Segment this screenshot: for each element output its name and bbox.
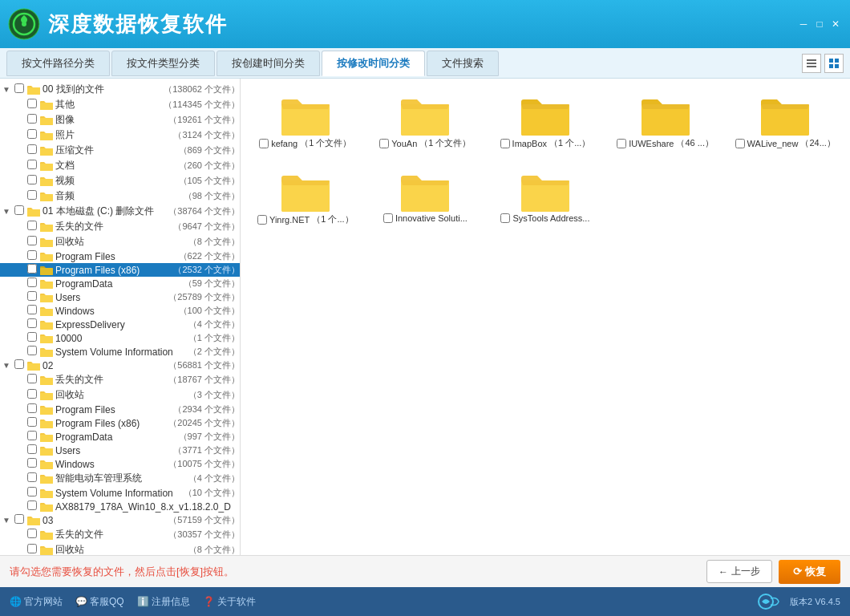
list-view-button[interactable] bbox=[802, 54, 821, 73]
view-icons bbox=[802, 54, 844, 73]
window-controls: ─ □ ✕ bbox=[797, 18, 842, 30]
tree-item-svi02[interactable]: System Volume Information （10 个文件） bbox=[0, 486, 240, 500]
tab-file-search[interactable]: 文件搜索 bbox=[427, 51, 499, 76]
expand-icon-00: ▼ bbox=[0, 85, 13, 94]
svg-rect-11 bbox=[40, 103, 53, 110]
svg-rect-23 bbox=[40, 282, 53, 289]
file-item-innovative[interactable]: Innovative Soluti... bbox=[369, 163, 483, 233]
bottom-actions: ← 上一步 ⟳ 恢复 bbox=[706, 560, 840, 584]
tree-item-lost02[interactable]: 丢失的文件 （18767 个文件） bbox=[0, 372, 240, 387]
file-item-imapbox[interactable]: ImapBox （1 个...） bbox=[488, 87, 602, 156]
tree-item-express01[interactable]: ExpressDelivery （4 个文件） bbox=[0, 318, 240, 331]
folder-icon-iuweshare bbox=[640, 94, 691, 137]
svg-rect-19 bbox=[40, 225, 53, 232]
tree-item-photo[interactable]: 照片 （3124 个文件） bbox=[0, 128, 240, 143]
main-content: ▼ 00 找到的文件 （138062 个文件） 其他 （114345 个文件） … bbox=[0, 79, 850, 555]
tree-item-users01[interactable]: Users （25789 个文件） bbox=[0, 290, 240, 304]
tree-item-smart02[interactable]: 智能电动车管理系统 （4 个文件） bbox=[0, 471, 240, 486]
svg-rect-28 bbox=[40, 350, 53, 357]
folder-icon-kefang bbox=[280, 94, 331, 137]
tree-item-image[interactable]: 图像 （19261 个文件） bbox=[0, 112, 240, 128]
file-item-systools[interactable]: SysTools Address... bbox=[488, 163, 602, 233]
title-bar: 深度数据恢复软件 ─ □ ✕ bbox=[0, 0, 850, 48]
tree-item-doc[interactable]: 文档 （260 个文件） bbox=[0, 158, 240, 173]
tree-item-other[interactable]: 其他 （114345 个文件） bbox=[0, 97, 240, 112]
footer-link-register[interactable]: ℹ️ 注册信息 bbox=[137, 595, 190, 609]
app-logo bbox=[8, 8, 40, 40]
file-checkbox-iuweshare[interactable] bbox=[617, 139, 626, 148]
file-checkbox-youan[interactable] bbox=[379, 139, 389, 148]
tree-item-users02[interactable]: Users （3771 个文件） bbox=[0, 444, 240, 457]
footer-link-qq[interactable]: 💬 客服QQ bbox=[75, 595, 124, 609]
tree-item-pfx86-01[interactable]: Program Files (x86) （2532 个文件） bbox=[0, 263, 240, 277]
svg-rect-37 bbox=[40, 476, 53, 484]
svg-rect-20 bbox=[40, 240, 53, 247]
grid-view-button[interactable] bbox=[824, 54, 844, 73]
file-label-iuweshare: IUWEshare （46 ...） bbox=[613, 137, 718, 149]
tree-item-audio[interactable]: 音频 （98 个文件） bbox=[0, 188, 240, 204]
file-item-kefang[interactable]: kefang （1 个文件） bbox=[249, 87, 362, 156]
footer-link-about[interactable]: ❓ 关于软件 bbox=[203, 595, 256, 609]
file-label-walive: WALive_new （24...） bbox=[732, 137, 838, 149]
file-checkbox-imapbox[interactable] bbox=[500, 139, 510, 148]
register-icon: ℹ️ bbox=[137, 596, 149, 607]
tree-section-01[interactable]: ▼ 01 本地磁盘 (C:) 删除文件 （38764 个文件） bbox=[0, 204, 240, 219]
file-item-yinrg[interactable]: Yinrg.NET （1 个...） bbox=[249, 163, 362, 233]
footer-link-website[interactable]: 🌐 官方网站 bbox=[10, 595, 63, 609]
tree-section-03[interactable]: ▼ 03 （57159 个文件） bbox=[0, 513, 240, 527]
tree-item-pd01[interactable]: ProgramData （59 个文件） bbox=[0, 277, 240, 290]
tree-item-recycle02[interactable]: 回收站 （3 个文件） bbox=[0, 387, 240, 403]
svg-rect-35 bbox=[40, 448, 53, 456]
tree-item-10000[interactable]: 10000 （1 个文件） bbox=[0, 331, 240, 345]
file-label-systools: SysTools Address... bbox=[492, 213, 598, 223]
folder-icon-other bbox=[40, 99, 53, 111]
tree-item-pf02[interactable]: Program Files （2934 个文件） bbox=[0, 403, 240, 416]
svg-rect-14 bbox=[40, 148, 53, 156]
tree-item-recycle01[interactable]: 回收站 （8 个文件） bbox=[0, 234, 240, 249]
file-checkbox-yinrg[interactable] bbox=[257, 215, 267, 225]
tree-section-02[interactable]: ▼ 02 （56881 个文件） bbox=[0, 359, 240, 372]
app-title: 深度数据恢复软件 bbox=[48, 10, 228, 38]
tree-item-svi01[interactable]: System Volume Information （2 个文件） bbox=[0, 345, 240, 359]
tree-item-windows01[interactable]: Windows （100 个文件） bbox=[0, 304, 240, 318]
tree-item-lost01[interactable]: 丢失的文件 （9647 个文件） bbox=[0, 219, 240, 234]
file-count-youan: （1 个文件） bbox=[419, 137, 471, 149]
minimize-button[interactable]: ─ bbox=[797, 18, 810, 30]
file-checkbox-innovative[interactable] bbox=[383, 213, 393, 223]
file-checkbox-systools[interactable] bbox=[500, 213, 510, 223]
tree-item-recycle03[interactable]: 回收站 （8 个文件） bbox=[0, 542, 240, 555]
file-checkbox-walive[interactable] bbox=[735, 139, 745, 148]
register-label: 注册信息 bbox=[152, 595, 190, 609]
tree-item-lost03[interactable]: 丢失的文件 （30357 个文件） bbox=[0, 527, 240, 542]
back-button[interactable]: ← 上一步 bbox=[706, 560, 772, 583]
recover-button[interactable]: ⟳ 恢复 bbox=[779, 560, 840, 584]
folder-icon-image bbox=[40, 115, 53, 126]
file-item-youan[interactable]: YouAn （1 个文件） bbox=[369, 87, 483, 156]
svg-rect-26 bbox=[40, 322, 53, 330]
folder-icon-zip bbox=[40, 145, 53, 156]
tab-modify-time[interactable]: 按修改时间分类 bbox=[322, 51, 425, 76]
tree-item-ax02[interactable]: AX88179_178A_Win10_8.x_v1.18.2.0_D bbox=[0, 500, 240, 513]
tab-create-time[interactable]: 按创建时间分类 bbox=[217, 51, 320, 76]
file-count-imapbox: （1 个...） bbox=[549, 137, 590, 149]
tree-item-pd02[interactable]: ProgramData （997 个文件） bbox=[0, 430, 240, 444]
tree-item-pfx86-02[interactable]: Program Files (x86) （20245 个文件） bbox=[0, 416, 240, 430]
tree-item-windows02[interactable]: Windows （10075 个文件） bbox=[0, 457, 240, 471]
maximize-button[interactable]: □ bbox=[813, 18, 826, 30]
checkbox-00[interactable] bbox=[14, 83, 26, 95]
close-button[interactable]: ✕ bbox=[829, 18, 842, 30]
file-name-iuweshare: IUWEshare bbox=[629, 139, 674, 148]
tree-item-zip[interactable]: 压缩文件 （869 个文件） bbox=[0, 143, 240, 158]
tree-section-00[interactable]: ▼ 00 找到的文件 （138062 个文件） bbox=[0, 82, 240, 97]
tab-file-type[interactable]: 按文件类型分类 bbox=[111, 51, 215, 76]
file-checkbox-kefang[interactable] bbox=[259, 139, 269, 148]
svg-rect-36 bbox=[40, 462, 53, 469]
file-item-iuweshare[interactable]: IUWEshare （46 ...） bbox=[609, 87, 722, 156]
checkbox-other[interactable] bbox=[27, 99, 38, 111]
svg-rect-24 bbox=[40, 295, 53, 302]
tab-file-path[interactable]: 按文件路径分类 bbox=[6, 51, 110, 76]
title-left: 深度数据恢复软件 bbox=[8, 8, 228, 40]
file-item-walive[interactable]: WALive_new （24...） bbox=[728, 87, 842, 156]
tree-item-pf01[interactable]: Program Files （622 个文件） bbox=[0, 249, 240, 263]
tree-item-video[interactable]: 视频 （105 个文件） bbox=[0, 173, 240, 188]
